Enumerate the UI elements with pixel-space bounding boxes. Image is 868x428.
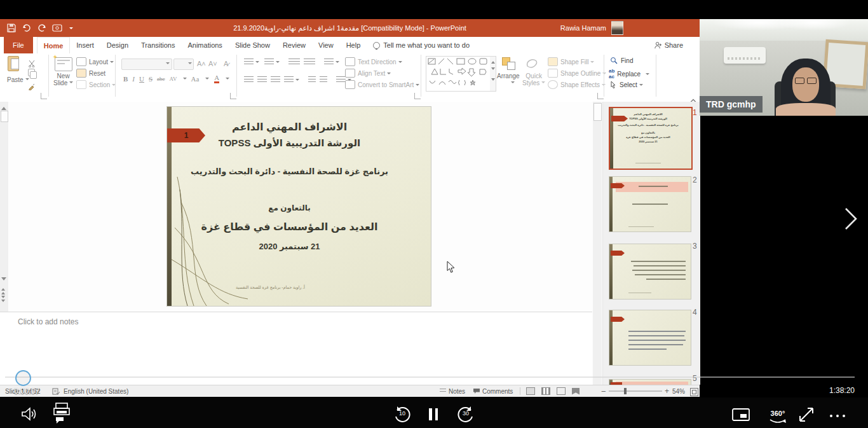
rtl-direction-icon[interactable] [320,76,327,83]
undo-icon[interactable] [22,23,32,33]
slide-orgs-line[interactable]: العديد من المؤسسات في قطاع غزة [167,221,431,233]
touch-mode-icon[interactable] [52,23,62,33]
quick-styles-button[interactable]: QuickStyles [522,72,545,86]
scroll-down-icon[interactable] [1,277,6,283]
increase-indent-icon[interactable] [304,59,315,65]
player-volume-icon[interactable] [20,406,37,425]
paragraph-dialog-launcher[interactable] [414,93,421,99]
tab-review[interactable]: Review [276,37,312,53]
tab-insert[interactable]: Insert [70,37,100,53]
more-options-button[interactable] [830,415,845,417]
find-button[interactable]: Find [610,57,633,64]
slide-title-line2[interactable]: الورشة التدريبية الأولى TOPSS [167,137,431,149]
font-size-combo[interactable] [173,59,194,70]
fullscreen-button[interactable] [797,406,815,426]
printer-chat-icon[interactable] [52,402,71,426]
underline-button[interactable]: U [139,75,144,83]
scrollbar-thumb[interactable] [1,111,8,122]
copy-icon[interactable] [28,69,37,79]
tab-file[interactable]: File [4,37,33,53]
thumbnail-slide-2[interactable] [609,176,691,232]
normal-view-button[interactable] [526,387,535,395]
zoom-out-button[interactable]: − [601,385,606,397]
tab-design[interactable]: Design [100,37,135,53]
reading-view-button[interactable] [557,387,566,395]
slide-date-line[interactable]: 21 سبتمبر 2020 [167,242,431,251]
pause-button[interactable] [429,408,438,420]
change-case-button[interactable]: Aa [191,75,199,83]
mini-player-icon[interactable] [732,408,750,424]
section-button[interactable]: Section [76,80,116,89]
seekbar-playhead[interactable] [15,370,31,386]
font-name-combo[interactable] [121,59,172,70]
paste-icon[interactable] [8,56,23,74]
text-direction-button[interactable]: Text Direction [345,57,402,66]
fit-slide-button[interactable] [690,388,698,396]
scroll-up-icon[interactable] [1,104,6,110]
language-status[interactable]: English (United States) [64,385,128,397]
slide-coop-line[interactable]: بالتعاون مع [167,204,431,212]
share-button[interactable]: Share [648,37,689,53]
arrange-button[interactable]: Arrange [497,72,520,86]
tell-me-box[interactable]: Tell me what you want to do [367,37,476,53]
numbering-icon[interactable] [264,59,274,65]
bold-button[interactable]: B [123,75,128,83]
zoom-level[interactable]: 54% [672,385,685,397]
seekbar-track[interactable] [5,376,855,378]
thumbnail-slide-1[interactable]: الاشراف المهني الداعمالورشة التدريبية ال… [609,107,693,170]
slide-title-line1[interactable]: الاشراف المهني الداعم [167,121,431,133]
notes-pane[interactable]: Click to add notes [0,312,592,385]
italic-button[interactable]: I [132,75,135,83]
tab-slide-show[interactable]: Slide Show [229,37,276,53]
align-text-button[interactable]: Align Text [345,69,391,78]
zoom-slider-thumb[interactable] [624,388,627,394]
font-color-button[interactable]: A [214,74,219,83]
drawing-dialog-launcher[interactable] [597,93,604,99]
zoom-in-button[interactable]: + [665,385,669,397]
bullets-icon[interactable] [244,59,254,65]
shape-effects-button[interactable]: Shape Effects [548,80,606,89]
shadow-button[interactable]: S [149,75,153,83]
slide-subtitle[interactable]: برنامج غزة للصحة النفسية - دائرة البحث و… [167,167,431,176]
notes-placeholder[interactable]: Click to add notes [18,317,78,326]
shapes-gallery[interactable] [426,56,491,92]
slide-canvas[interactable]: 1 الاشراف المهني الداعم الورشة التدريبية… [167,107,431,306]
slideshow-view-button[interactable] [572,388,580,395]
align-left-icon[interactable] [244,76,254,83]
rewind-10-button[interactable]: 10 [393,404,412,424]
tab-view[interactable]: View [312,37,340,53]
line-spacing-icon[interactable] [324,59,334,65]
arrange-icon[interactable] [502,57,516,70]
tab-animations[interactable]: Animations [181,37,228,53]
grow-font-icon[interactable]: A˄ [197,60,206,67]
new-slide-button[interactable]: NewSlide [53,72,73,86]
spellcheck-icon[interactable] [52,385,60,397]
forward-30-button[interactable]: 30 [456,404,475,424]
ltr-direction-icon[interactable] [308,76,316,83]
new-slide-icon[interactable] [55,57,72,71]
save-icon[interactable] [6,23,17,33]
next-page-chevron[interactable] [844,207,858,233]
columns-icon[interactable] [336,76,346,83]
clear-formatting-icon[interactable]: A̷ [224,60,228,67]
layout-button[interactable]: Layout [76,57,114,66]
reset-button[interactable]: Reset [76,69,105,78]
shape-outline-button[interactable]: Shape Outline [548,69,606,78]
thumbnails-scrollbar-thumb[interactable] [593,103,602,121]
select-button[interactable]: Select [610,81,643,88]
tab-transitions[interactable]: Transitions [135,37,181,53]
notes-toggle[interactable]: Notes [440,385,465,397]
shape-fill-button[interactable]: Shape Fill [548,57,594,66]
comments-toggle[interactable]: Comments [473,385,513,397]
qat-dropdown-icon[interactable] [69,27,73,31]
quick-styles-icon[interactable] [525,57,539,70]
zoom-slider-track[interactable] [609,390,662,392]
thumbnails-scrollbar[interactable] [593,102,602,385]
decrease-indent-icon[interactable] [288,59,300,65]
character-spacing-button[interactable]: AV [170,76,177,82]
smartart-button[interactable]: Convert to SmartArt [345,80,419,89]
thumbnail-slide-4[interactable] [609,310,691,366]
redo-icon[interactable] [37,23,47,33]
strikethrough-button[interactable]: abc [157,76,165,82]
slide-sorter-view-button[interactable] [541,387,550,395]
